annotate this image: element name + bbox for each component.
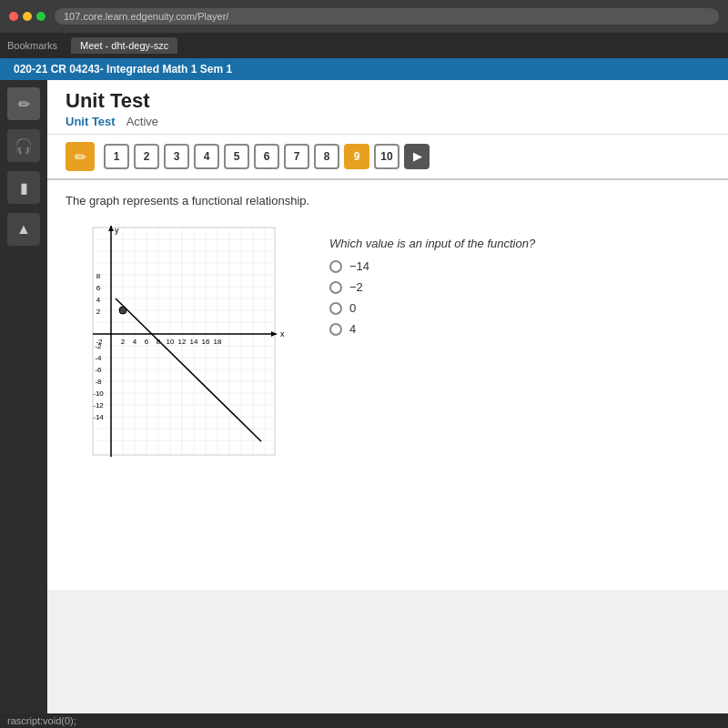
choice-text-3: 0 bbox=[349, 301, 356, 315]
unit-subtitle: Unit Test bbox=[66, 115, 116, 128]
sidebar: ✏ 🎧 ▮ ▲ bbox=[0, 80, 47, 726]
q-btn-6[interactable]: 6 bbox=[254, 144, 279, 169]
unit-subtitle-row: Unit Test Active bbox=[66, 115, 710, 134]
tab-bar: Bookmarks Meet - dht-degy-szc bbox=[0, 33, 728, 58]
choice-text-4: 4 bbox=[349, 322, 356, 336]
url-bar[interactable]: 107.core.learn.edgenuity.com/Player/ bbox=[55, 8, 719, 25]
svg-text:6: 6 bbox=[145, 338, 149, 346]
choice-3[interactable]: 0 bbox=[329, 301, 535, 315]
choice-1[interactable]: −14 bbox=[329, 259, 535, 273]
q-btn-1[interactable]: 1 bbox=[104, 144, 129, 169]
window-controls bbox=[9, 12, 46, 21]
sidebar-up-icon[interactable]: ▲ bbox=[7, 213, 40, 246]
q-btn-3[interactable]: 3 bbox=[164, 144, 189, 169]
question-content: y x 8 6 4 2 -2 -4 -6 -8 -10 bbox=[66, 218, 710, 473]
svg-text:2: 2 bbox=[96, 308, 101, 316]
svg-text:-8: -8 bbox=[95, 378, 102, 386]
main-container: ✏ 🎧 ▮ ▲ Unit Test Unit Test Active ✏ 1 2… bbox=[0, 80, 728, 726]
course-banner: 020-21 CR 04243- Integrated Math 1 Sem 1 bbox=[0, 58, 728, 80]
svg-text:-10: -10 bbox=[93, 389, 104, 398]
svg-text:4: 4 bbox=[133, 338, 137, 346]
svg-text:-6: -6 bbox=[95, 366, 102, 374]
svg-text:18: 18 bbox=[214, 338, 222, 346]
svg-text:14: 14 bbox=[190, 338, 198, 346]
svg-text:-12: -12 bbox=[93, 401, 104, 410]
browser-bar: 107.core.learn.edgenuity.com/Player/ bbox=[0, 0, 728, 33]
q-btn-10[interactable]: 10 bbox=[374, 144, 399, 169]
svg-text:10: 10 bbox=[167, 338, 175, 346]
question-nav: ✏ 1 2 3 4 5 6 7 8 9 10 ▶ bbox=[47, 135, 728, 180]
radio-1[interactable] bbox=[329, 260, 342, 273]
sidebar-headphone-icon[interactable]: 🎧 bbox=[7, 129, 40, 162]
tab-meet[interactable]: Meet - dht-degy-szc bbox=[71, 37, 177, 54]
svg-text:y: y bbox=[115, 226, 119, 235]
unit-title: Unit Test bbox=[66, 89, 710, 113]
svg-text:2: 2 bbox=[121, 338, 126, 346]
radio-4[interactable] bbox=[329, 323, 342, 336]
svg-text:8: 8 bbox=[96, 272, 101, 280]
unit-header: Unit Test Unit Test Active bbox=[47, 80, 728, 135]
svg-text:12: 12 bbox=[178, 338, 187, 346]
sidebar-calculator-icon[interactable]: ▮ bbox=[7, 171, 40, 204]
q-btn-7[interactable]: 7 bbox=[284, 144, 309, 169]
choice-text-2: −2 bbox=[349, 280, 363, 294]
svg-text:16: 16 bbox=[202, 338, 210, 346]
svg-text:-14: -14 bbox=[93, 413, 104, 421]
radio-3[interactable] bbox=[329, 302, 342, 315]
choice-text-1: −14 bbox=[349, 259, 369, 273]
close-button[interactable] bbox=[9, 12, 18, 21]
question-area: The graph represents a functional relati… bbox=[47, 180, 728, 590]
status-badge: Active bbox=[126, 115, 158, 128]
content-area: Unit Test Unit Test Active ✏ 1 2 3 4 5 6… bbox=[47, 80, 728, 726]
graph-svg: y x 8 6 4 2 -2 -4 -6 -8 -10 bbox=[66, 218, 302, 473]
status-bar: rascript:void(0); bbox=[0, 713, 728, 728]
question-text: The graph represents a functional relati… bbox=[66, 194, 710, 207]
minimize-button[interactable] bbox=[23, 12, 32, 21]
q-btn-8[interactable]: 8 bbox=[314, 144, 339, 169]
choice-2[interactable]: −2 bbox=[329, 280, 535, 294]
choice-4[interactable]: 4 bbox=[329, 322, 535, 336]
q-btn-5[interactable]: 5 bbox=[224, 144, 249, 169]
sidebar-pencil-icon[interactable]: ✏ bbox=[7, 87, 40, 120]
answer-label: Which value is an input of the function? bbox=[329, 237, 535, 250]
q-btn-next[interactable]: ▶ bbox=[404, 144, 430, 169]
q-btn-2[interactable]: 2 bbox=[134, 144, 159, 169]
svg-text:4: 4 bbox=[96, 296, 101, 304]
q-btn-4[interactable]: 4 bbox=[194, 144, 219, 169]
svg-point-61 bbox=[119, 307, 126, 314]
maximize-button[interactable] bbox=[36, 12, 46, 21]
pencil-nav-icon[interactable]: ✏ bbox=[66, 142, 95, 171]
svg-text:-4: -4 bbox=[95, 354, 102, 362]
svg-text:x: x bbox=[280, 329, 285, 339]
q-btn-9[interactable]: 9 bbox=[344, 144, 369, 169]
radio-2[interactable] bbox=[329, 281, 342, 294]
svg-text:-2: -2 bbox=[96, 338, 103, 346]
graph-container: y x 8 6 4 2 -2 -4 -6 -8 -10 bbox=[66, 218, 302, 473]
answer-choices: Which value is an input of the function?… bbox=[329, 237, 535, 343]
tab-bookmarks[interactable]: Bookmarks bbox=[7, 40, 57, 51]
svg-text:6: 6 bbox=[96, 284, 101, 292]
